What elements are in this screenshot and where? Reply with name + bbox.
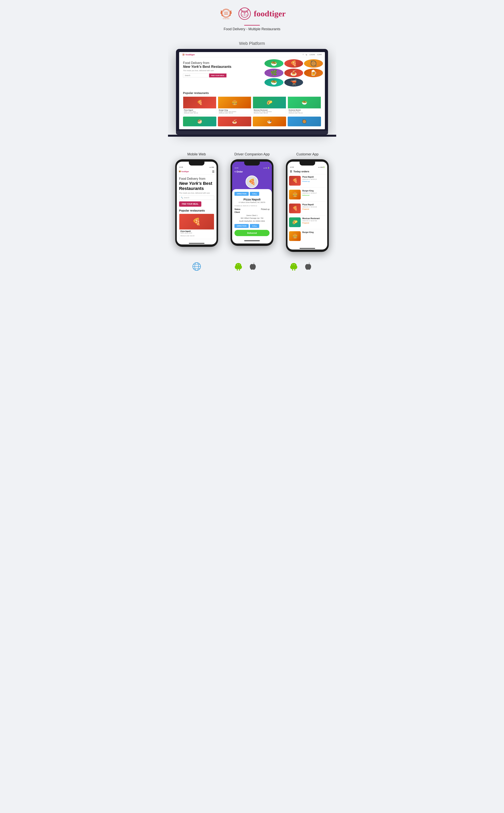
svg-rect-34 xyxy=(292,269,293,270)
laptop-screen: 🐯 foodtiger f ig LOGIN CART xyxy=(179,52,325,129)
nav-ig-icon: ig xyxy=(306,54,307,56)
order-time-1: 2020-04-17 06:53:12 xyxy=(302,178,326,180)
pizza-card-img: 🍕 xyxy=(183,97,216,108)
order-info-4: Mexican Restorant 2020-04-17 00:57:55 Pr… xyxy=(302,217,326,227)
driver-restaurant-name: Pizza Napoli xyxy=(234,198,270,201)
driver-home-indicator xyxy=(244,240,260,241)
mweb-restaurant-info: Pizza Napoli Italian, pasta, pizza Minim… xyxy=(179,229,214,239)
order-item-1[interactable]: 🍕 Pizza Napoli 2020-04-17 06:53:12 Picke… xyxy=(289,176,326,188)
hero-line1: Food Delivery from xyxy=(183,61,259,65)
driver-delivered-button[interactable]: Delivered xyxy=(234,230,270,236)
mweb-hamburger-icon[interactable]: ☰ xyxy=(212,170,215,173)
web-platform-section: Web Platform 🐯 foodtiger xyxy=(168,35,336,148)
brand-name-text: foodtiger xyxy=(254,9,286,18)
driver-app-screen: 10:09 ▲ ●● 🔋 < Order 🍕 DIRECTION CALL Pi… xyxy=(232,162,272,243)
order-item-2[interactable]: 🍔 Burger King 2020-04-17 05:59:27 Delive… xyxy=(289,190,326,202)
site-nav-right: f ig LOGIN CART xyxy=(303,54,322,56)
food-item-5: 🍝 xyxy=(284,69,303,77)
header-subtitle: Food Delivery - Multiple Restaurants xyxy=(224,27,280,31)
driver-signal: ▲ ●● 🔋 xyxy=(263,167,270,169)
phone-notch-1 xyxy=(189,162,204,165)
order-img-5: 🍔 xyxy=(289,231,301,241)
brand-logo: foodtiger xyxy=(238,7,286,20)
driver-call-btn-1[interactable]: CALL xyxy=(250,192,259,196)
driver-status-label: Status xyxy=(234,208,241,210)
driver-back-btn[interactable]: < Order xyxy=(234,170,270,173)
order-img-1: 🍕 xyxy=(289,176,301,186)
bonini-min: Minimum order: $10.00 xyxy=(289,112,320,114)
order-time-4: 2020-04-17 00:57:55 xyxy=(302,220,326,222)
driver-time: 10:09 xyxy=(234,167,238,169)
driver-client-addr1: 982 Hilbert Passage Apt. 760 xyxy=(234,217,270,219)
laptop-container: 🐯 foodtiger f ig LOGIN CART xyxy=(168,49,336,137)
site-search-input[interactable] xyxy=(183,73,208,77)
food-item-1: 🥗 xyxy=(264,59,283,68)
mweb-search-bar[interactable]: 🔍 Search xyxy=(179,195,214,200)
mweb-hero: Food Delivery from New York's BestRestau… xyxy=(177,174,217,241)
mexican-name: Mexican Restorant xyxy=(254,109,285,111)
customer-header-title-row: ☰ Today orders xyxy=(290,170,325,173)
bottom-icons-section xyxy=(168,258,336,277)
restaurant-card-bonini[interactable]: 🥗 Restoran Bonini drinks, lunch, bbq Min… xyxy=(288,96,321,115)
restaurant-card-burger[interactable]: 🍔 Burger King burgers, drinks, best chic… xyxy=(218,96,251,115)
mweb-logo-icon: 🐯 xyxy=(179,171,181,172)
driver-direction-btn-1[interactable]: DIRECTION xyxy=(234,192,249,196)
hero-food-grid: 🥗 🍕 🥘 🌿 🍝 🍺 🥗 🫕 xyxy=(263,57,325,88)
search-icon: 🔍 xyxy=(181,197,183,199)
hamburger-menu-icon[interactable]: ☰ xyxy=(290,170,292,173)
mobile-web-col: Mobile Web 10:08 ▲ ●●● 🐯 foodtiger ☰ Foo… xyxy=(170,152,223,247)
site-hero-right: 🥗 🍕 🥘 🌿 🍝 🍺 🥗 🫕 xyxy=(263,57,325,88)
driver-store-icons xyxy=(233,262,257,271)
order-time-2: 2020-04-17 05:59:27 xyxy=(302,192,326,194)
food-item-7: 🥗 xyxy=(264,78,283,87)
mweb-signal: ▲ ●●● xyxy=(209,166,214,168)
bonini-card-info: Restoran Bonini drinks, lunch, bbq Minim… xyxy=(288,108,321,114)
order-status-3: Prepared xyxy=(302,208,326,210)
mobile-web-screen: 10:08 ▲ ●●● 🐯 foodtiger ☰ Food Delivery … xyxy=(177,162,217,244)
nav-cart-link[interactable]: CART xyxy=(317,54,322,56)
order-status-4: Prepared xyxy=(302,222,326,224)
customer-app-label: Customer App xyxy=(296,152,318,156)
restaurant-card-pizza[interactable]: 🍕 Pizza Napoli Italian, pasta, pizza Min… xyxy=(183,96,216,115)
order-item-4[interactable]: 🌮 Mexican Restorant 2020-04-17 00:57:55 … xyxy=(289,217,326,229)
header-divider xyxy=(244,25,260,26)
customer-home-indicator xyxy=(300,248,315,249)
find-meal-button[interactable]: FIND YOUR MEAL xyxy=(209,73,226,77)
customer-app-screen: 10:08 ▲ ●●●🔋 ☰ Today orders 🍕 Pizza Napo… xyxy=(287,162,327,249)
row2-item3: 🍜 xyxy=(253,117,286,126)
order-name-1: Pizza Napoli xyxy=(302,176,326,178)
food-item-8: 🫕 xyxy=(284,78,303,87)
site-restaurants: Popular restaurants 🍕 Pizza Napoli Itali… xyxy=(179,88,325,129)
customer-time: 10:08 xyxy=(290,166,294,168)
order-info-2: Burger King 2020-04-17 05:59:27 Delivere… xyxy=(302,190,326,199)
mweb-time: 10:08 xyxy=(179,166,183,168)
restaurant-grid: 🍕 Pizza Napoli Italian, pasta, pizza Min… xyxy=(183,96,321,115)
driver-direction-btn-2[interactable]: DIRECTION xyxy=(234,224,249,228)
customer-header: ☰ Today orders xyxy=(287,169,327,174)
laptop-base xyxy=(176,131,328,135)
tiger-logo-icon xyxy=(238,7,251,20)
phone-notch-3 xyxy=(300,162,315,165)
restaurant-card-mexican[interactable]: 🌮 Mexican Restorant yummy taco, wraps, f… xyxy=(253,96,286,115)
hero-line2: New York's Best Restaurants xyxy=(183,65,259,69)
order-info-5: Burger King xyxy=(302,231,326,241)
nav-login-link[interactable]: LOGIN xyxy=(309,54,315,56)
mweb-restaurant-card[interactable]: 🍕 Pizza Napoli Italian, pasta, pizza Min… xyxy=(179,214,214,239)
burger-tags: burgers, drinks, best chicken xyxy=(219,111,250,112)
order-item-5[interactable]: 🍔 Burger King xyxy=(289,231,326,243)
site-logo-small: 🐯 foodtiger xyxy=(182,53,195,56)
hero-newyork: New York's xyxy=(183,65,202,69)
svg-rect-22 xyxy=(235,266,236,268)
android-icon-customer xyxy=(289,262,299,271)
order-item-3[interactable]: 🍕 Pizza Napoli 2020-04-17 05:34:03 Prepa… xyxy=(289,203,326,215)
mweb-home-indicator xyxy=(189,243,204,244)
order-img-4: 🌮 xyxy=(289,217,301,227)
burger-card-info: Burger King burgers, drinks, best chicke… xyxy=(218,108,251,114)
header-top: ESTABLISHED foodtiger xyxy=(218,6,286,21)
driver-call-btn-2[interactable]: CALL xyxy=(250,224,259,228)
customer-app-col: Customer App 10:08 ▲ ●●●🔋 ☰ Today orders xyxy=(281,152,334,252)
mweb-find-meal-button[interactable]: FIND YOUR MEAL xyxy=(179,201,201,207)
svg-rect-23 xyxy=(241,266,242,268)
award-badge-icon: ESTABLISHED xyxy=(218,6,234,21)
driver-client-addr2: South Marleyfort, NJ 26902-0904 xyxy=(234,220,270,222)
